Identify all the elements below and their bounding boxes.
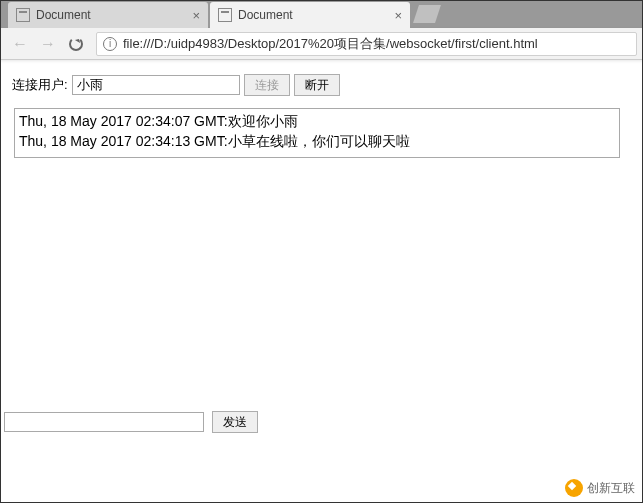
connection-row: 连接用户: 连接 断开 bbox=[12, 74, 631, 96]
new-tab-button[interactable] bbox=[413, 5, 441, 23]
connect-button[interactable]: 连接 bbox=[244, 74, 290, 96]
watermark-text: 创新互联 bbox=[587, 480, 635, 497]
send-row: 发送 bbox=[4, 411, 258, 433]
back-button[interactable]: ← bbox=[10, 34, 30, 54]
username-label: 连接用户: bbox=[12, 76, 68, 94]
url-text: file:///D:/uidp4983/Desktop/2017%20项目合集/… bbox=[123, 35, 538, 53]
disconnect-button[interactable]: 断开 bbox=[294, 74, 340, 96]
close-icon[interactable]: × bbox=[394, 8, 402, 23]
tab-title: Document bbox=[36, 8, 91, 22]
address-bar: ← → i file:///D:/uidp4983/Desktop/2017%2… bbox=[0, 28, 643, 60]
tab-title: Document bbox=[238, 8, 293, 22]
watermark-icon bbox=[565, 479, 583, 497]
page-content: 连接用户: 连接 断开 bbox=[0, 60, 643, 175]
file-icon bbox=[218, 8, 232, 22]
file-icon bbox=[16, 8, 30, 22]
browser-tab-1[interactable]: Document × bbox=[210, 2, 410, 28]
reload-button[interactable] bbox=[66, 34, 86, 54]
watermark: 创新互联 bbox=[565, 479, 635, 497]
info-icon: i bbox=[103, 37, 117, 51]
log-textarea[interactable] bbox=[14, 108, 620, 158]
browser-tabs-bar: Document × Document × bbox=[0, 0, 643, 28]
close-icon[interactable]: × bbox=[192, 8, 200, 23]
send-button[interactable]: 发送 bbox=[212, 411, 258, 433]
browser-tab-0[interactable]: Document × bbox=[8, 2, 208, 28]
reload-icon bbox=[69, 37, 83, 51]
username-input[interactable] bbox=[72, 75, 240, 95]
forward-button[interactable]: → bbox=[38, 34, 58, 54]
message-input[interactable] bbox=[4, 412, 204, 432]
url-input[interactable]: i file:///D:/uidp4983/Desktop/2017%20项目合… bbox=[96, 32, 637, 56]
